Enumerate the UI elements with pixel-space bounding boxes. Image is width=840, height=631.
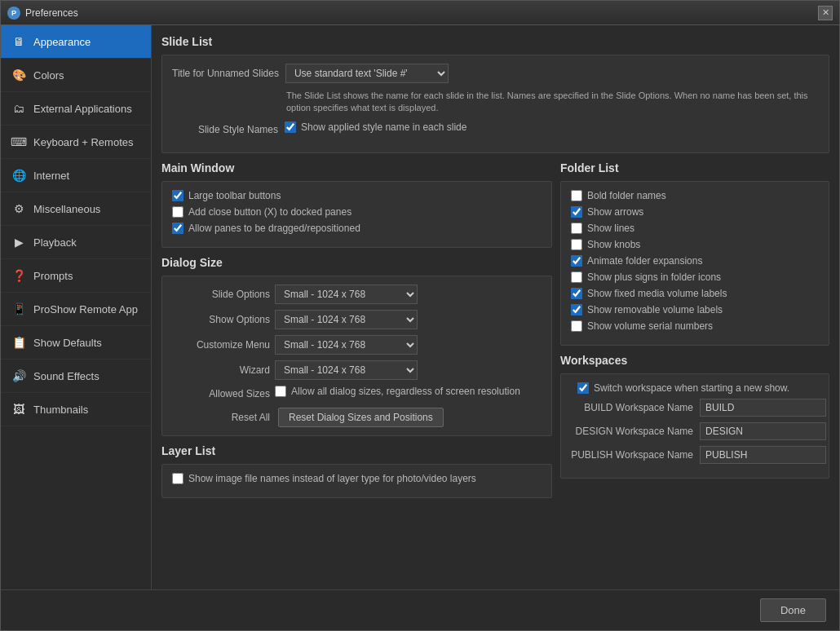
show-knobs-checkbox[interactable] bbox=[571, 239, 582, 250]
allowed-sizes-checkbox-row[interactable]: Allow all dialog sizes, regardless of sc… bbox=[275, 386, 520, 397]
slide-list-panel: Title for Unnamed Slides Use standard te… bbox=[161, 55, 829, 153]
show-volume-serial-row[interactable]: Show volume serial numbers bbox=[571, 320, 819, 332]
animate-folder-row[interactable]: Animate folder expansions bbox=[571, 255, 819, 267]
layer-list-panel: Show image file names instead of layer t… bbox=[161, 464, 552, 498]
add-close-button-checkbox[interactable] bbox=[172, 206, 183, 218]
publish-workspace-input[interactable] bbox=[700, 446, 826, 464]
window-title: Preferences bbox=[25, 7, 818, 19]
add-close-button-label: Add close button (X) to docked panes bbox=[188, 206, 351, 218]
sidebar-item-keyboard-remotes[interactable]: ⌨ Keyboard + Remotes bbox=[1, 126, 151, 159]
folder-list-section: Folder List Bold folder names Show arrow… bbox=[560, 161, 829, 346]
show-fixed-media-checkbox[interactable] bbox=[571, 288, 582, 299]
show-image-filenames-label: Show image file names instead of layer t… bbox=[188, 473, 476, 484]
wizard-select[interactable]: Small - 1024 x 768 bbox=[275, 360, 418, 380]
sidebar-item-miscellaneous[interactable]: ⚙ Miscellaneous bbox=[1, 192, 151, 226]
sidebar-item-label: Prompts bbox=[33, 270, 73, 282]
title-unnamed-select[interactable]: Use standard text 'Slide #' bbox=[285, 64, 449, 83]
customize-menu-label: Customize Menu bbox=[172, 339, 270, 351]
slide-list-section: Slide List Title for Unnamed Slides Use … bbox=[161, 35, 829, 153]
show-removable-row[interactable]: Show removable volume labels bbox=[571, 304, 819, 316]
show-lines-checkbox[interactable] bbox=[571, 223, 582, 234]
design-workspace-input[interactable] bbox=[700, 422, 826, 440]
show-removable-checkbox[interactable] bbox=[571, 304, 582, 316]
main-window-section: Main Window Large toolbar buttons Add cl… bbox=[161, 161, 552, 248]
sidebar-item-external-applications[interactable]: 🗂 External Applications bbox=[1, 92, 151, 126]
sidebar-item-thumbnails[interactable]: 🖼 Thumbnails bbox=[1, 393, 151, 426]
preferences-window: P Preferences ✕ 🖥 Appearance 🎨 Colors 🗂 … bbox=[0, 0, 840, 631]
sidebar-item-label: ProShow Remote App bbox=[33, 303, 138, 316]
design-workspace-row: DESIGN Workspace Name bbox=[571, 422, 819, 440]
done-button[interactable]: Done bbox=[760, 598, 826, 622]
animate-folder-checkbox[interactable] bbox=[571, 255, 582, 267]
allow-panes-row[interactable]: Allow panes to be dragged/repositioned bbox=[172, 223, 542, 234]
keyboard-icon: ⌨ bbox=[11, 134, 27, 150]
reset-dialog-button[interactable]: Reset Dialog Sizes and Positions bbox=[278, 408, 444, 427]
sidebar-item-show-defaults[interactable]: 📋 Show Defaults bbox=[1, 326, 151, 360]
show-options-label: Show Options bbox=[172, 314, 270, 325]
misc-icon: ⚙ bbox=[11, 201, 27, 217]
show-knobs-row[interactable]: Show knobs bbox=[571, 239, 819, 250]
title-bar: P Preferences ✕ bbox=[1, 1, 839, 25]
show-image-filenames-checkbox[interactable] bbox=[172, 473, 183, 484]
sidebar-item-playback[interactable]: ▶ Playback bbox=[1, 226, 151, 259]
close-button[interactable]: ✕ bbox=[818, 6, 833, 20]
show-lines-row[interactable]: Show lines bbox=[571, 223, 819, 234]
show-options-select[interactable]: Small - 1024 x 768 bbox=[275, 310, 418, 329]
slide-style-checkbox-row[interactable]: Show applied style name in each slide bbox=[285, 121, 466, 133]
bold-folder-checkbox[interactable] bbox=[571, 190, 582, 201]
show-arrows-row[interactable]: Show arrows bbox=[571, 206, 819, 218]
window-body: 🖥 Appearance 🎨 Colors 🗂 External Applica… bbox=[1, 25, 839, 589]
show-volume-serial-checkbox[interactable] bbox=[571, 320, 582, 332]
show-plus-signs-row[interactable]: Show plus signs in folder icons bbox=[571, 271, 819, 283]
sidebar-item-colors[interactable]: 🎨 Colors bbox=[1, 59, 151, 92]
sidebar-item-label: Show Defaults bbox=[33, 337, 102, 349]
bold-folder-row[interactable]: Bold folder names bbox=[571, 190, 819, 201]
main-content: Slide List Title for Unnamed Slides Use … bbox=[152, 25, 839, 589]
build-workspace-input[interactable] bbox=[700, 399, 826, 417]
main-window-title: Main Window bbox=[161, 161, 552, 174]
allowed-sizes-label: Allowed Sizes bbox=[172, 388, 270, 399]
slide-options-label: Slide Options bbox=[172, 289, 270, 300]
wizard-row: Wizard Small - 1024 x 768 bbox=[172, 360, 542, 380]
show-arrows-checkbox[interactable] bbox=[571, 206, 582, 218]
customize-menu-select[interactable]: Small - 1024 x 768 bbox=[275, 335, 418, 355]
publish-workspace-label: PUBLISH Workspace Name bbox=[571, 449, 693, 461]
slide-options-select[interactable]: Small - 1024 x 768 bbox=[275, 285, 418, 304]
layer-list-section: Layer List Show image file names instead… bbox=[161, 444, 552, 498]
title-unnamed-label: Title for Unnamed Slides bbox=[172, 68, 279, 79]
sidebar-item-label: Keyboard + Remotes bbox=[33, 136, 133, 148]
col-right: Folder List Bold folder names Show arrow… bbox=[560, 161, 829, 498]
sidebar-item-internet[interactable]: 🌐 Internet bbox=[1, 159, 151, 192]
show-image-filenames-row[interactable]: Show image file names instead of layer t… bbox=[172, 473, 542, 484]
reset-all-label: Reset All bbox=[172, 412, 270, 423]
sidebar-item-prompts[interactable]: ❓ Prompts bbox=[1, 259, 151, 293]
slide-list-title: Slide List bbox=[161, 35, 829, 48]
publish-workspace-row: PUBLISH Workspace Name bbox=[571, 446, 819, 464]
allow-panes-checkbox[interactable] bbox=[172, 223, 183, 234]
show-plus-signs-checkbox[interactable] bbox=[571, 271, 582, 283]
folder-list-panel: Bold folder names Show arrows Show lines bbox=[560, 181, 829, 346]
slide-style-checkbox[interactable] bbox=[285, 121, 296, 133]
allowed-sizes-checkbox[interactable] bbox=[275, 386, 286, 397]
title-unnamed-desc: The Slide List shows the name for each s… bbox=[286, 90, 819, 115]
add-close-button-row[interactable]: Add close button (X) to docked panes bbox=[172, 206, 542, 218]
large-toolbar-checkbox[interactable] bbox=[172, 190, 183, 201]
sidebar-item-appearance[interactable]: 🖥 Appearance bbox=[1, 25, 151, 59]
show-defaults-icon: 📋 bbox=[11, 334, 27, 351]
show-lines-label: Show lines bbox=[587, 223, 634, 234]
switch-workspace-label: Switch workspace when starting a new sho… bbox=[594, 382, 789, 394]
show-fixed-media-label: Show fixed media volume labels bbox=[587, 288, 727, 299]
switch-workspace-checkbox[interactable] bbox=[577, 382, 589, 394]
allowed-sizes-check-label: Allow all dialog sizes, regardless of sc… bbox=[291, 386, 520, 397]
show-plus-signs-label: Show plus signs in folder icons bbox=[587, 271, 721, 283]
app-icon: P bbox=[7, 7, 20, 20]
switch-workspace-row[interactable]: Switch workspace when starting a new sho… bbox=[577, 382, 819, 394]
sidebar-item-label: Playback bbox=[33, 236, 77, 249]
bold-folder-label: Bold folder names bbox=[587, 190, 666, 201]
internet-icon: 🌐 bbox=[11, 167, 27, 183]
large-toolbar-row[interactable]: Large toolbar buttons bbox=[172, 190, 542, 201]
sidebar-item-sound-effects[interactable]: 🔊 Sound Effects bbox=[1, 360, 151, 393]
show-fixed-media-row[interactable]: Show fixed media volume labels bbox=[571, 288, 819, 299]
show-options-row: Show Options Small - 1024 x 768 bbox=[172, 310, 542, 329]
sidebar-item-proshow-remote-app[interactable]: 📱 ProShow Remote App bbox=[1, 293, 151, 326]
